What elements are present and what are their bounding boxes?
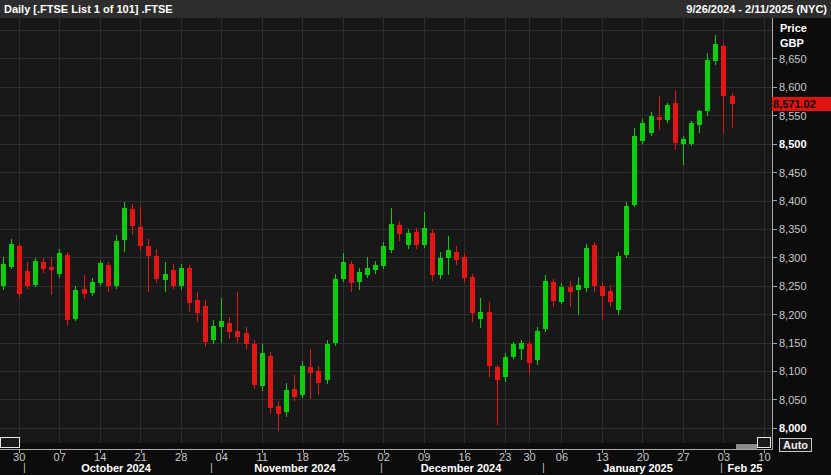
price-tick-mark [772, 399, 777, 400]
month-separator: | [210, 462, 213, 473]
chart-title: Daily [.FTSE List 1 of 101] .FTSE [4, 0, 173, 18]
time-tick-label: 30 [523, 452, 535, 463]
time-axis-line [0, 449, 772, 450]
auto-scale-button[interactable]: Auto [779, 438, 812, 452]
price-tick-mark [772, 200, 777, 201]
chart-title-bar: Daily [.FTSE List 1 of 101] .FTSE 9/26/2… [0, 0, 831, 18]
price-tick-mark [772, 87, 777, 88]
price-tick-label: 8,450 [779, 168, 807, 179]
month-label: Feb 25 [728, 463, 763, 474]
price-axis-line [772, 18, 773, 450]
month-label: January 2025 [603, 463, 673, 474]
time-tick-label: 25 [337, 452, 349, 463]
price-tick-mark [772, 115, 777, 116]
price-tick-mark [772, 58, 777, 59]
month-separator: | [720, 462, 723, 473]
last-price-badge: 8,571.02 [772, 97, 831, 111]
price-tick-label: 8,350 [779, 224, 807, 235]
price-tick-mark [772, 371, 777, 372]
time-tick-label: 27 [677, 452, 689, 463]
time-tick-label: 06 [556, 452, 568, 463]
price-tick-label: 8,550 [779, 111, 807, 122]
price-tick-label: 8,000 [779, 423, 807, 434]
time-tick-label: 04 [216, 452, 228, 463]
month-separator: | [380, 462, 383, 473]
chart-window: Daily [.FTSE List 1 of 101] .FTSE 9/26/2… [0, 0, 831, 475]
price-tick-mark [772, 428, 777, 429]
price-tick-label: 8,400 [779, 196, 807, 207]
price-tick-label: 8,600 [779, 82, 807, 93]
price-tick-label: 8,250 [779, 281, 807, 292]
price-tick-mark [772, 314, 777, 315]
price-tick-mark [772, 343, 777, 344]
timeline-scroll-left-handle[interactable] [0, 437, 20, 448]
date-range: 9/26/2024 - 2/11/2025 (NYC) [686, 0, 827, 18]
month-label: October 2024 [81, 463, 151, 474]
price-tick-label: 8,300 [779, 253, 807, 264]
month-label: December 2024 [421, 463, 502, 474]
price-tick-label: 8,150 [779, 338, 807, 349]
price-tick-mark [772, 229, 777, 230]
price-axis-currency: GBP [780, 36, 807, 51]
price-tick-label: 8,050 [779, 395, 807, 406]
price-axis-header: Price GBP [780, 21, 807, 51]
timeline-scroll-right-handle[interactable] [757, 437, 771, 448]
month-separator: | [542, 462, 545, 473]
price-tick-mark [772, 286, 777, 287]
price-tick-mark [772, 144, 777, 145]
month-label: November 2024 [254, 463, 335, 474]
price-tick-label: 8,650 [779, 54, 807, 65]
price-tick-mark [772, 257, 777, 258]
time-tick-label: 07 [54, 452, 66, 463]
price-tick-label: 8,100 [779, 366, 807, 377]
price-tick-label: 8,500 [779, 139, 807, 150]
candlestick-plot-area[interactable] [0, 18, 772, 443]
time-tick-label: 28 [175, 452, 187, 463]
timeline-scroll-thumb[interactable] [736, 444, 757, 449]
candlestick-chart [0, 18, 772, 443]
price-tick-label: 8,200 [779, 310, 807, 321]
month-separator: | [23, 462, 26, 473]
price-tick-mark [772, 172, 777, 173]
price-axis-title: Price [780, 21, 807, 36]
